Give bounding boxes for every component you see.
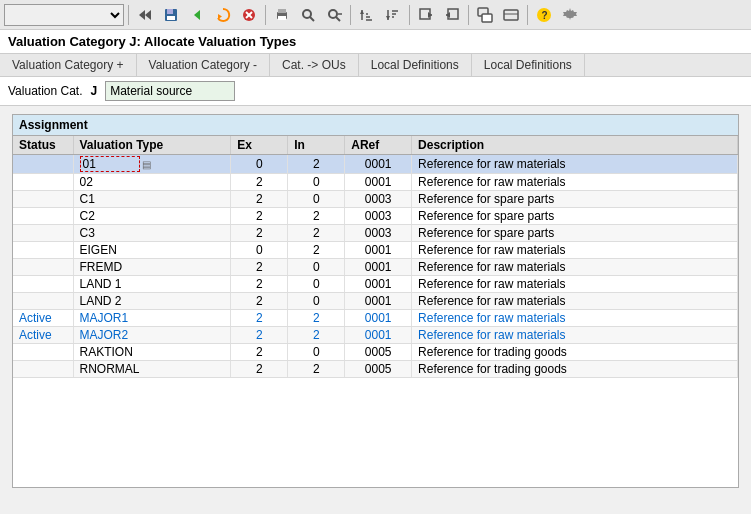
table-row[interactable]: LAND 1200001Reference for raw materials — [13, 276, 738, 293]
sort-desc-button[interactable] — [381, 4, 405, 26]
save-button[interactable] — [159, 4, 183, 26]
col-header-val-type: Valuation Type — [73, 136, 231, 155]
cell-val-type: LAND 2 — [73, 293, 231, 310]
svg-marker-0 — [139, 10, 145, 20]
back-button[interactable] — [185, 4, 209, 26]
table-row[interactable]: C1200003Reference for spare parts — [13, 191, 738, 208]
menu-item-val-cat-plus[interactable]: Valuation Category + — [0, 54, 137, 76]
val-cat-label: Valuation Cat. — [8, 84, 83, 98]
cell-in: 0 — [288, 276, 345, 293]
table-row[interactable]: ActiveMAJOR1220001Reference for raw mate… — [13, 310, 738, 327]
cell-ex: 2 — [231, 259, 288, 276]
toolbar-separator-1 — [128, 5, 129, 25]
cell-ex: 2 — [231, 327, 288, 344]
cell-status — [13, 242, 73, 259]
col-header-in: In — [288, 136, 345, 155]
col-header-aref: ARef — [345, 136, 412, 155]
cell-val-type: MAJOR2 — [73, 327, 231, 344]
cell-val-type: 01▤ — [73, 155, 231, 174]
cell-status — [13, 155, 73, 174]
table-row[interactable]: LAND 2200001Reference for raw materials — [13, 293, 738, 310]
cell-val-type: C1 — [73, 191, 231, 208]
table-row[interactable]: C2220003Reference for spare parts — [13, 208, 738, 225]
help-button[interactable]: ? — [532, 4, 556, 26]
cell-status — [13, 344, 73, 361]
cell-in: 0 — [288, 191, 345, 208]
table-row[interactable]: RAKTION200005Reference for trading goods — [13, 344, 738, 361]
toolbar-dropdown[interactable] — [4, 4, 124, 26]
toolbar-separator-4 — [409, 5, 410, 25]
cell-ex: 2 — [231, 344, 288, 361]
cell-status — [13, 259, 73, 276]
cell-ex: 2 — [231, 361, 288, 378]
toolbar-separator-2 — [265, 5, 266, 25]
refresh-button[interactable] — [211, 4, 235, 26]
cancel-button[interactable] — [237, 4, 261, 26]
cell-in: 2 — [288, 225, 345, 242]
assignment-section: Assignment Status Valuation Type Ex — [12, 114, 739, 488]
print-button[interactable] — [270, 4, 294, 26]
val-cat-row: Valuation Cat. J — [0, 77, 751, 106]
screen2-button[interactable] — [499, 4, 523, 26]
cell-status — [13, 293, 73, 310]
cell-aref: 0001 — [345, 293, 412, 310]
cell-aref: 0003 — [345, 191, 412, 208]
table-row[interactable]: 01▤020001Reference for raw materials — [13, 155, 738, 174]
cell-aref: 0001 — [345, 174, 412, 191]
table-header-row: Status Valuation Type Ex In ARef — [13, 136, 738, 155]
settings-button[interactable] — [558, 4, 582, 26]
menu-item-local-def-2[interactable]: Local Definitions — [472, 54, 585, 76]
cell-val-type: LAND 1 — [73, 276, 231, 293]
svg-line-14 — [310, 17, 314, 21]
main-content: Assignment Status Valuation Type Ex — [0, 106, 751, 496]
menu-item-local-def-1[interactable]: Local Definitions — [359, 54, 472, 76]
cell-desc: Reference for spare parts — [412, 225, 738, 242]
cell-ex: 2 — [231, 191, 288, 208]
cell-aref: 0005 — [345, 344, 412, 361]
cell-val-type: RAKTION — [73, 344, 231, 361]
svg-rect-36 — [504, 10, 518, 20]
table-row[interactable]: 02200001Reference for raw materials — [13, 174, 738, 191]
cell-in: 0 — [288, 293, 345, 310]
svg-rect-4 — [167, 16, 175, 20]
cell-in: 2 — [288, 361, 345, 378]
cell-val-type: RNORMAL — [73, 361, 231, 378]
cell-in: 0 — [288, 344, 345, 361]
cell-desc: Reference for trading goods — [412, 361, 738, 378]
menu-item-val-cat-minus[interactable]: Valuation Category - — [137, 54, 271, 76]
table-row[interactable]: RNORMAL220005Reference for trading goods — [13, 361, 738, 378]
cell-desc: Reference for raw materials — [412, 259, 738, 276]
find-next-button[interactable] — [322, 4, 346, 26]
cell-status — [13, 361, 73, 378]
screen1-button[interactable] — [473, 4, 497, 26]
back-first-button[interactable] — [133, 4, 157, 26]
table-row[interactable]: EIGEN020001Reference for raw materials — [13, 242, 738, 259]
menu-bar: Valuation Category + Valuation Category … — [0, 54, 751, 77]
svg-text:?: ? — [542, 10, 548, 21]
table-row[interactable]: FREMD200001Reference for raw materials — [13, 259, 738, 276]
cell-ex: 2 — [231, 174, 288, 191]
sort-asc-button[interactable] — [355, 4, 379, 26]
svg-rect-12 — [278, 16, 286, 20]
find-button[interactable] — [296, 4, 320, 26]
cell-val-type: 02 — [73, 174, 231, 191]
import-button[interactable] — [440, 4, 464, 26]
cell-val-type: C2 — [73, 208, 231, 225]
cell-desc: Reference for raw materials — [412, 327, 738, 344]
menu-item-cat-ous[interactable]: Cat. -> OUs — [270, 54, 359, 76]
cell-status: Active — [13, 310, 73, 327]
page-title: Valuation Category J: Allocate Valuation… — [8, 34, 296, 49]
val-cat-input[interactable] — [105, 81, 235, 101]
cell-in: 0 — [288, 174, 345, 191]
svg-marker-19 — [360, 10, 364, 14]
cell-ex: 2 — [231, 310, 288, 327]
svg-marker-5 — [194, 10, 200, 20]
cell-in: 2 — [288, 310, 345, 327]
cell-in: 2 — [288, 208, 345, 225]
export-button[interactable] — [414, 4, 438, 26]
table-row[interactable]: C3220003Reference for spare parts — [13, 225, 738, 242]
table-row[interactable]: ActiveMAJOR2220001Reference for raw mate… — [13, 327, 738, 344]
assignment-table: Status Valuation Type Ex In ARef — [13, 136, 738, 378]
cell-status — [13, 225, 73, 242]
col-header-desc: Description — [412, 136, 738, 155]
